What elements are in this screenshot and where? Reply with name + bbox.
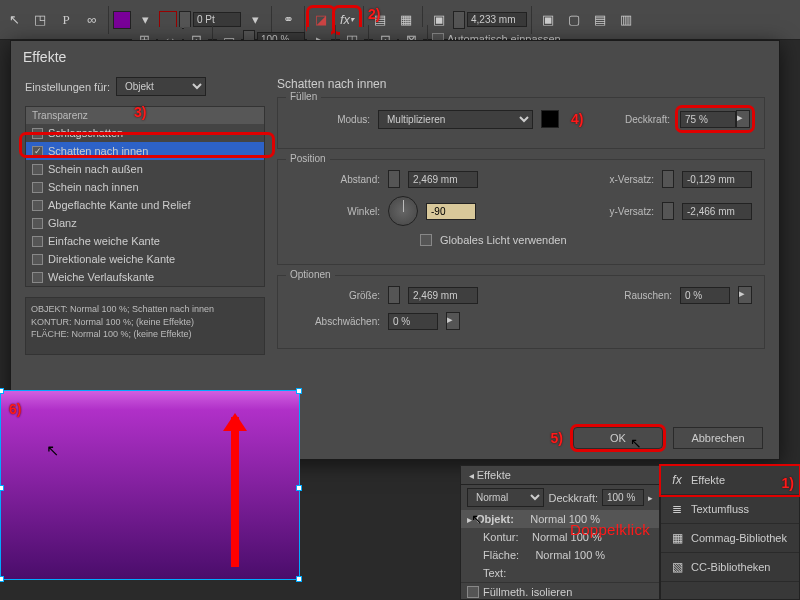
fx-icon: fx <box>669 472 685 488</box>
isolate-label: Füllmeth. isolieren <box>483 586 572 598</box>
effect-label: Direktionale weiche Kante <box>48 253 175 265</box>
yoff-label: y-Versatz: <box>610 206 654 217</box>
effect-checkbox[interactable] <box>32 164 43 175</box>
panel-icon: ▦ <box>669 530 685 546</box>
effect-checkbox[interactable] <box>32 218 43 229</box>
effect-item[interactable]: Weiche Verlaufskante <box>26 268 264 286</box>
opacity-label: Deckkraft: <box>625 114 670 125</box>
effect-label: Glanz <box>48 217 77 229</box>
xoff-stepper[interactable] <box>662 170 674 188</box>
blend-mode-select[interactable]: Normal <box>467 488 544 507</box>
angle-dial[interactable] <box>388 196 418 226</box>
annotation-2: 2) <box>368 6 380 22</box>
fit4-icon[interactable]: ▥ <box>614 8 638 32</box>
fill-legend: Füllen <box>286 91 321 102</box>
size-label: Größe: <box>290 290 380 301</box>
annotation-4: 4) <box>571 111 583 127</box>
color-swatch[interactable] <box>541 110 559 128</box>
global-light-checkbox[interactable] <box>420 234 432 246</box>
panel-text-row: Text: <box>461 564 659 582</box>
position-legend: Position <box>286 153 330 164</box>
angle-input[interactable] <box>426 203 476 220</box>
size-stepper[interactable] <box>388 286 400 304</box>
global-light-label: Globales Licht verwenden <box>440 234 567 246</box>
settings-for-label: Einstellungen für: <box>25 81 110 93</box>
side-panel-item[interactable]: fxEffekte <box>661 466 799 495</box>
choke-label: Abschwächen: <box>290 316 380 327</box>
arrow-icon[interactable]: ↖ <box>2 8 26 32</box>
opacity-slider[interactable]: ▸ <box>736 110 750 128</box>
effect-item[interactable]: Abgeflachte Kante und Relief <box>26 196 264 214</box>
side-panel: fxEffekte≣Textumfluss▦Commag-Bibliothek▧… <box>660 465 800 600</box>
section-title: Schatten nach innen <box>277 77 765 91</box>
panel-opacity-label: Deckkraft: <box>548 492 598 504</box>
chain-icon[interactable]: ∞ <box>80 8 104 32</box>
effect-label: Schein nach außen <box>48 163 143 175</box>
effect-label: Schein nach innen <box>48 181 139 193</box>
mode-label: Modus: <box>290 114 370 125</box>
annotation-3: 3) <box>134 104 146 120</box>
xoff-input[interactable] <box>682 171 752 188</box>
options-fieldset: Optionen Größe: Rauschen: ▸ Abschwächen:… <box>277 275 765 349</box>
distance-label: Abstand: <box>290 174 380 185</box>
panel-icon: ▧ <box>669 559 685 575</box>
effects-list: Transparenz Schlagschatten✓Schatten nach… <box>25 106 265 287</box>
annotation-6: 6) <box>9 401 21 417</box>
choke-input[interactable] <box>388 313 438 330</box>
side-panel-item[interactable]: ≣Textumfluss <box>661 495 799 524</box>
panel-opacity-input[interactable] <box>602 489 644 506</box>
cursor-icon: ↖ <box>46 441 59 460</box>
yoff-stepper[interactable] <box>662 202 674 220</box>
opacity-input[interactable] <box>680 111 736 128</box>
effect-checkbox[interactable] <box>32 254 43 265</box>
side-panel-label: CC-Bibliotheken <box>691 561 770 573</box>
size-input[interactable] <box>408 287 478 304</box>
fill-fieldset: Füllen Modus: Multiplizieren 4) Deckkraf… <box>277 97 765 149</box>
corner-icon[interactable]: ◳ <box>28 8 52 32</box>
effect-checkbox[interactable] <box>32 236 43 247</box>
effect-checkbox[interactable] <box>32 200 43 211</box>
effect-item[interactable]: Direktionale weiche Kante <box>26 250 264 268</box>
noise-input[interactable] <box>680 287 730 304</box>
paragraph-style-icon[interactable]: P <box>54 8 78 32</box>
ok-button[interactable]: OK↖ <box>573 427 663 449</box>
arrow-up-annotation <box>231 417 239 567</box>
isolate-checkbox[interactable] <box>467 586 479 598</box>
angle-label: Winkel: <box>290 206 380 217</box>
fill-swatch[interactable] <box>113 11 131 29</box>
distance-input[interactable] <box>408 171 478 188</box>
effects-panel-tab[interactable]: ◂ Effekte <box>461 466 659 485</box>
effect-item[interactable]: Schein nach außen <box>26 160 264 178</box>
yoff-input[interactable] <box>682 203 752 220</box>
doubleclick-label: Doppelklick <box>570 521 650 538</box>
distance-stepper[interactable] <box>388 170 400 188</box>
effect-checkbox[interactable] <box>32 182 43 193</box>
effect-label: Abgeflachte Kante und Relief <box>48 199 191 211</box>
effect-checkbox[interactable] <box>32 272 43 283</box>
choke-slider[interactable]: ▸ <box>446 312 460 330</box>
stroke-weight-input[interactable] <box>193 12 241 27</box>
noise-label: Rauschen: <box>624 290 672 301</box>
effect-item[interactable]: Glanz <box>26 214 264 232</box>
effect-item[interactable]: Schein nach innen <box>26 178 264 196</box>
panel-fill-row[interactable]: Fläche: Normal 100 % <box>461 546 659 564</box>
dialog-title: Effekte <box>11 41 779 69</box>
panel-icon: ≣ <box>669 501 685 517</box>
cancel-button[interactable]: Abbrechen <box>673 427 763 449</box>
noise-slider[interactable]: ▸ <box>738 286 752 304</box>
position-fieldset: Position Abstand: x-Versatz: Winkel: y-V… <box>277 159 765 265</box>
measure-input[interactable] <box>467 12 527 27</box>
effect-label: Weiche Verlaufskante <box>48 271 154 283</box>
settings-for-row: Einstellungen für: Objekt <box>25 77 265 96</box>
effect-label: Einfache weiche Kante <box>48 235 160 247</box>
options-legend: Optionen <box>286 269 335 280</box>
side-panel-item[interactable]: ▧CC-Bibliotheken <box>661 553 799 582</box>
side-panel-label: Effekte <box>691 474 725 486</box>
side-panel-item[interactable]: ▦Commag-Bibliothek <box>661 524 799 553</box>
preview-frame[interactable]: 6) ↖ <box>0 390 300 580</box>
annotation-1: 1) <box>782 475 794 491</box>
effect-item[interactable]: Einfache weiche Kante <box>26 232 264 250</box>
settings-for-select[interactable]: Objekt <box>116 77 206 96</box>
effect-summary: OBJEKT: Normal 100 %; Schatten nach inne… <box>25 297 265 355</box>
mode-select[interactable]: Multiplizieren <box>378 110 533 129</box>
